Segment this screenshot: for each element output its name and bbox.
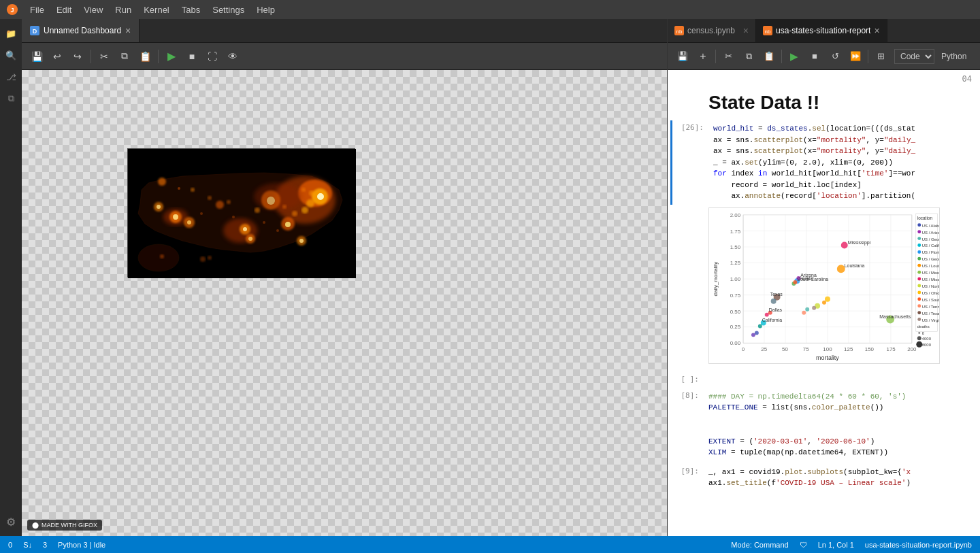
svg-point-16 bbox=[243, 227, 247, 231]
left-panel: D Unnamed Dashboard × 💾 ↩ ↪ ✂ ⧉ 📋 ▶ ■ ⛶ … bbox=[22, 19, 667, 536]
svg-text:0.75: 0.75 bbox=[730, 292, 741, 298]
svg-point-18 bbox=[248, 237, 252, 241]
menu-edit[interactable]: Edit bbox=[51, 3, 77, 16]
menu-help[interactable]: Help bbox=[251, 3, 280, 16]
svg-text:0.25: 0.25 bbox=[730, 324, 741, 330]
cut-button[interactable]: ✂ bbox=[95, 47, 114, 66]
paste-button[interactable]: 📋 bbox=[135, 47, 154, 66]
sidebar-icon-folder[interactable]: 📁 bbox=[2, 24, 20, 42]
right-sep-1 bbox=[715, 50, 716, 63]
svg-point-121 bbox=[812, 305, 816, 309]
right-copy-button[interactable]: ⧉ bbox=[739, 47, 758, 66]
right-run-button[interactable]: ▶ bbox=[785, 47, 804, 66]
svg-point-44 bbox=[276, 229, 279, 232]
main-area: 📁 🔍 ⎇ ⧉ ⚙ D Unnamed Dashboard × 💾 ↩ ↪ ✂ bbox=[0, 19, 980, 536]
svg-text:US / Tennessee: US / Tennessee bbox=[922, 304, 940, 308]
usa-map-widget[interactable] bbox=[127, 148, 355, 278]
right-restart-button[interactable]: ↺ bbox=[826, 47, 845, 66]
menu-settings[interactable]: Settings bbox=[207, 3, 250, 16]
svg-text:US / Alabama: US / Alabama bbox=[922, 223, 940, 227]
scatter-plot-container: 2.00 1.75 1.50 1.25 1.00 0.75 0.50 0.25 … bbox=[703, 205, 980, 369]
redo-button[interactable]: ↪ bbox=[68, 47, 87, 66]
cell-8-label: [8]: bbox=[668, 388, 703, 400]
svg-text:nb: nb bbox=[676, 29, 683, 35]
cell-26-output: 2.00 1.75 1.50 1.25 1.00 0.75 0.50 0.25 … bbox=[668, 205, 980, 369]
sidebar-icon-extensions[interactable]: ⧉ bbox=[2, 90, 20, 107]
svg-text:US / California: US / California bbox=[922, 244, 940, 248]
census-tab-close[interactable]: × bbox=[743, 25, 749, 36]
svg-text:US / South Carolina: US / South Carolina bbox=[922, 297, 940, 301]
sidebar-icon-settings[interactable]: ⚙ bbox=[2, 513, 20, 531]
svg-point-140 bbox=[917, 277, 921, 280]
menu-kernel[interactable]: Kernel bbox=[138, 3, 175, 16]
menu-run[interactable]: Run bbox=[110, 3, 137, 16]
save-button[interactable]: 💾 bbox=[27, 47, 46, 66]
cell-8[interactable]: [8]: #### DAY = np.timedelta64(24 * 60 *… bbox=[668, 388, 980, 461]
svg-text:daily_mortality: daily_mortality bbox=[713, 261, 719, 296]
fullscreen-button[interactable]: ⛶ bbox=[203, 47, 222, 66]
tab-usa-states[interactable]: nb usa-states-situation-report × bbox=[756, 19, 887, 42]
svg-text:US / Texas: US / Texas bbox=[922, 311, 940, 315]
svg-point-113 bbox=[751, 333, 755, 337]
menu-view[interactable]: View bbox=[78, 3, 108, 16]
right-paste-button[interactable]: 📋 bbox=[760, 47, 779, 66]
status-zero: 0 bbox=[8, 541, 12, 549]
preview-button[interactable]: 👁 bbox=[223, 47, 242, 66]
svg-point-21 bbox=[173, 214, 178, 220]
cell-8-code: #### DAY = np.timedelta64(24 * 60 * 60, … bbox=[708, 391, 975, 458]
sidebar-icon-git[interactable]: ⎇ bbox=[2, 68, 20, 86]
left-tab-label: Unnamed Dashboard bbox=[44, 26, 121, 35]
svg-point-157 bbox=[917, 336, 921, 340]
left-sidebar: 📁 🔍 ⎇ ⧉ ⚙ bbox=[0, 19, 22, 536]
tab-favicon-dashboard: D bbox=[30, 26, 39, 35]
stop-button[interactable]: ■ bbox=[182, 47, 201, 66]
right-panel: nb census.ipynb × nb usa-states-situatio… bbox=[667, 19, 980, 536]
right-stop-button[interactable]: ■ bbox=[805, 47, 824, 66]
svg-text:25: 25 bbox=[761, 346, 767, 352]
svg-point-42 bbox=[232, 216, 235, 218]
svg-text:75: 75 bbox=[803, 346, 809, 352]
out-04-label: 04 bbox=[668, 70, 980, 85]
right-run-all-button[interactable]: ⏩ bbox=[846, 47, 865, 66]
cell-type-dropdown[interactable]: Code bbox=[894, 49, 934, 64]
menu-tabs[interactable]: Tabs bbox=[176, 3, 206, 16]
run-button[interactable]: ▶ bbox=[162, 47, 181, 66]
cell-26[interactable]: [26]: world_hit = ds_states.sel(location… bbox=[670, 120, 980, 205]
svg-point-47 bbox=[200, 256, 206, 262]
svg-point-13 bbox=[285, 222, 291, 227]
svg-point-152 bbox=[917, 318, 921, 321]
copy-button[interactable]: ⧉ bbox=[115, 47, 134, 66]
census-tab-label: census.ipynb bbox=[687, 26, 735, 35]
cell-9[interactable]: [9]: _, ax1 = covid19.plot.subplots(subp… bbox=[668, 464, 980, 492]
usa-states-tab-close[interactable]: × bbox=[874, 25, 879, 36]
cell-empty[interactable]: [ ]: bbox=[668, 372, 980, 386]
svg-text:US / Massachusetts: US / Massachusetts bbox=[922, 271, 940, 275]
left-tab-close[interactable]: × bbox=[125, 25, 131, 36]
svg-point-144 bbox=[917, 290, 921, 294]
svg-text:100: 100 bbox=[823, 346, 832, 352]
notebook-content[interactable]: 04 State Data !! [26]: world_hit = ds_st… bbox=[668, 70, 980, 536]
status-shield-icon: 🛡 bbox=[800, 541, 807, 549]
cell-9-body: _, ax1 = covid19.plot.subplots(subplot_k… bbox=[703, 464, 980, 492]
right-add-cell-button[interactable]: + bbox=[693, 47, 713, 66]
left-tab-active[interactable]: D Unnamed Dashboard × bbox=[22, 19, 140, 42]
svg-text:US / Arizona: US / Arizona bbox=[922, 230, 940, 234]
cell-empty-body[interactable] bbox=[703, 372, 980, 386]
heading-section: State Data !! bbox=[668, 85, 980, 120]
right-toolbar: 💾 + ✂ ⧉ 📋 ▶ ■ ↺ ⏩ ⊞ Code Python bbox=[668, 43, 980, 70]
undo-button[interactable]: ↩ bbox=[48, 47, 67, 66]
menu-file[interactable]: File bbox=[24, 3, 50, 16]
svg-text:South Carolina: South Carolina bbox=[797, 277, 828, 282]
tab-census[interactable]: nb census.ipynb × bbox=[668, 19, 756, 42]
right-cut-button[interactable]: ✂ bbox=[719, 47, 738, 66]
dashboard-canvas[interactable]: ⬤ MADE WITH GIFOX bbox=[22, 70, 667, 536]
kernel-label: Python bbox=[941, 52, 966, 61]
svg-text:Massachusetts: Massachusetts bbox=[879, 314, 911, 318]
cell-26-label: [26]: bbox=[672, 120, 708, 132]
svg-point-38 bbox=[309, 190, 314, 196]
sidebar-icon-search[interactable]: 🔍 bbox=[2, 46, 20, 64]
svg-point-110 bbox=[758, 324, 762, 328]
right-save-button[interactable]: 💾 bbox=[673, 47, 692, 66]
right-grid-button[interactable]: ⊞ bbox=[871, 47, 890, 66]
usa-states-tab-icon: nb bbox=[763, 26, 772, 35]
